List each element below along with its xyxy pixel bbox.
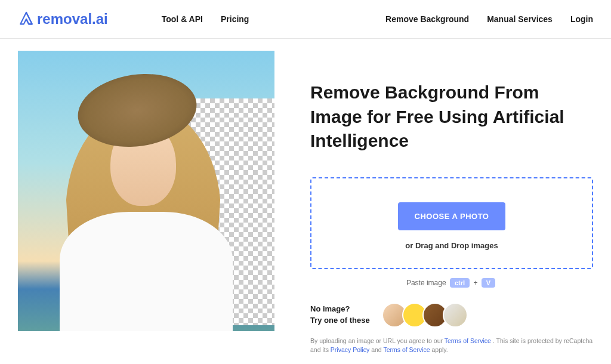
nav-manual-services[interactable]: Manual Services <box>487 14 553 24</box>
paste-prefix: Paste image <box>406 279 446 287</box>
link-terms-of-service-2[interactable]: Terms of Service <box>383 346 430 353</box>
nav-tool-api[interactable]: Tool & API <box>162 14 203 24</box>
legal-suffix: apply. <box>430 346 448 353</box>
sample-thumbs <box>382 303 468 328</box>
nav-login[interactable]: Login <box>570 14 593 24</box>
drag-drop-text: or Drag and Drop images <box>323 241 580 250</box>
link-terms-of-service[interactable]: Terms of Service <box>445 337 491 344</box>
samples-text: No image? Try one of these <box>310 304 370 325</box>
hero-shirt <box>60 212 233 331</box>
link-privacy-policy[interactable]: Privacy Policy <box>331 346 369 353</box>
main: Remove Background From Image for Free Us… <box>0 39 611 364</box>
legal-and: and <box>369 346 383 353</box>
samples-line1: No image? <box>310 304 370 314</box>
right-panel: Remove Background From Image for Free Us… <box>310 51 593 355</box>
key-v: V <box>482 278 495 288</box>
nav-pricing[interactable]: Pricing <box>221 14 249 24</box>
samples-line2: Try one of these <box>310 315 370 326</box>
key-ctrl: ctrl <box>450 278 470 288</box>
paste-hint: Paste image ctrl + V <box>310 278 593 288</box>
header: removal.ai Tool & API Pricing Remove Bac… <box>0 0 611 39</box>
logo-text: removal.ai <box>37 11 108 27</box>
hero-demo-image <box>18 51 274 331</box>
nav-left: Tool & API Pricing <box>162 14 249 24</box>
nav-remove-background[interactable]: Remove Background <box>385 14 469 24</box>
legal-text: By uploading an image or URL you agree t… <box>310 337 593 356</box>
choose-photo-button[interactable]: CHOOSE A PHOTO <box>398 202 506 230</box>
legal-pre: By uploading an image or URL you agree t… <box>310 337 445 344</box>
headline: Remove Background From Image for Free Us… <box>310 81 593 153</box>
logo[interactable]: removal.ai <box>18 11 108 27</box>
hero-person-cutout <box>18 51 274 331</box>
nav-right: Remove Background Manual Services Login <box>385 14 593 24</box>
samples-row: No image? Try one of these <box>310 303 593 328</box>
paste-plus: + <box>473 279 477 287</box>
logo-icon <box>18 11 35 27</box>
sample-thumb-dog[interactable] <box>443 303 468 328</box>
upload-dropzone[interactable]: CHOOSE A PHOTO or Drag and Drop images <box>310 177 593 269</box>
